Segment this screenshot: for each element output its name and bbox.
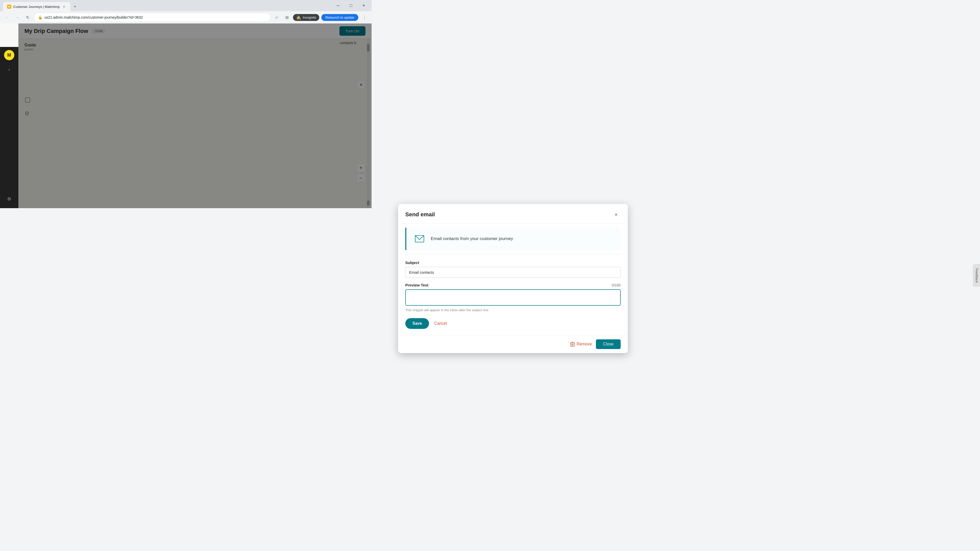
app-logo[interactable]: M [4, 50, 14, 60]
menu-button[interactable]: ⋮ [360, 13, 369, 21]
sidebar-settings-button[interactable]: ⚙ [4, 194, 14, 204]
minimize-button[interactable]: ─ [332, 2, 344, 10]
modal-backdrop [18, 24, 372, 208]
bookmark-button[interactable]: ☆ [272, 13, 281, 21]
toolbar-right: ☆ ⊞ 🕵 Incognito Relaunch to update ⋮ [272, 13, 369, 21]
lock-icon: 🔒 [38, 15, 42, 19]
forward-button[interactable]: → [13, 13, 21, 21]
logo-text: M [7, 52, 11, 58]
sidebar-back-button[interactable]: ‹ [4, 64, 14, 75]
tab-bar: M Customer Journeys | Mailchimp × + ─ □ … [0, 0, 372, 11]
active-tab[interactable]: M Customer Journeys | Mailchimp × [3, 2, 70, 11]
back-button[interactable]: ← [3, 13, 11, 21]
reload-button[interactable]: ↻ [24, 13, 32, 21]
extensions-button[interactable]: ⊞ [283, 13, 291, 21]
close-window-button[interactable]: × [358, 2, 369, 10]
maximize-button[interactable]: □ [345, 2, 357, 10]
incognito-label: Incognito [303, 16, 316, 19]
new-tab-button[interactable]: + [72, 3, 79, 10]
incognito-badge: 🕵 Incognito [293, 14, 319, 21]
relaunch-button[interactable]: Relaunch to update [321, 14, 358, 21]
window-controls: ─ □ × [332, 0, 372, 11]
tab-close-button[interactable]: × [62, 4, 66, 9]
sidebar: M ‹ ⚙ [0, 47, 18, 208]
tab-favicon: M [7, 5, 11, 9]
address-bar[interactable]: 🔒 us21.admin.mailchimp.com/customer-jour… [34, 13, 270, 22]
tab-title: Customer Journeys | Mailchimp [13, 5, 60, 9]
url-text: us21.admin.mailchimp.com/customer-journe… [45, 15, 266, 19]
address-bar-row: ← → ↻ 🔒 us21.admin.mailchimp.com/custome… [0, 11, 372, 24]
